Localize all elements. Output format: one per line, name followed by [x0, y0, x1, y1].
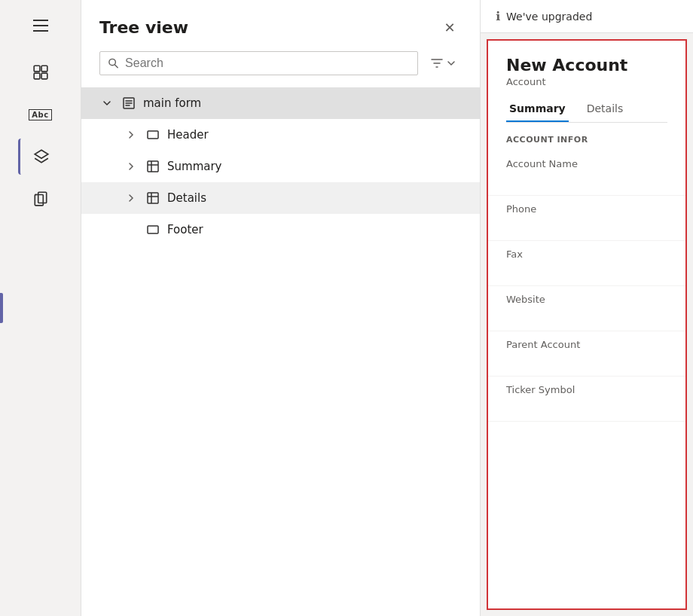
- field-label-website: Website: [506, 294, 667, 305]
- account-subtitle: Account: [506, 76, 667, 87]
- account-panel: New Account Account Summary Details ACCO…: [487, 39, 687, 610]
- field-account-name: Account Name: [488, 151, 685, 196]
- svg-rect-9: [148, 161, 158, 172]
- item-label-summary: Summary: [167, 160, 222, 173]
- tree-header: Tree view ✕: [81, 0, 480, 51]
- field-label-parent-account: Parent Account: [506, 339, 667, 350]
- hamburger-button[interactable]: [27, 12, 54, 39]
- sidebar-icon-layers[interactable]: [18, 139, 63, 175]
- field-label-ticker-symbol: Ticker Symbol: [506, 384, 667, 395]
- sidebar-icon-abc[interactable]: Abc: [18, 96, 63, 133]
- svg-rect-1: [41, 66, 47, 72]
- chevron-icon: [124, 191, 139, 206]
- item-label-main-form: main form: [143, 96, 201, 110]
- right-panel: ℹ We've upgraded New Account Account Sum…: [481, 0, 693, 616]
- tree-item-details[interactable]: Details: [81, 182, 480, 214]
- table-icon: [145, 158, 161, 175]
- close-button[interactable]: ✕: [438, 15, 462, 39]
- item-label-header: Header: [167, 128, 209, 142]
- item-label-footer: Footer: [167, 223, 203, 236]
- active-indicator: [0, 293, 3, 323]
- chevron-down-icon: [447, 59, 456, 68]
- svg-rect-5: [35, 195, 43, 206]
- search-input[interactable]: [125, 56, 410, 70]
- account-title: New Account: [506, 56, 667, 75]
- field-value-fax[interactable]: [506, 263, 667, 278]
- svg-rect-11: [148, 226, 158, 233]
- svg-rect-4: [38, 192, 46, 203]
- field-value-parent-account[interactable]: [506, 353, 667, 368]
- info-icon: ℹ: [496, 9, 500, 23]
- search-wrapper: [99, 51, 418, 75]
- field-ticker-symbol: Ticker Symbol: [488, 377, 685, 422]
- form-icon: [121, 95, 137, 111]
- field-value-ticker-symbol[interactable]: [506, 398, 667, 413]
- account-tabs: Summary Details: [506, 96, 667, 123]
- svg-rect-3: [41, 73, 47, 79]
- tab-details[interactable]: Details: [584, 96, 627, 122]
- search-icon: [108, 57, 119, 69]
- field-label-fax: Fax: [506, 249, 667, 260]
- field-parent-account: Parent Account: [488, 331, 685, 377]
- tree-content: main form Header: [81, 87, 480, 616]
- chevron-icon: [124, 159, 139, 174]
- sidebar-icon-copy[interactable]: [18, 181, 63, 217]
- tree-item-header[interactable]: Header: [81, 119, 480, 151]
- item-label-details: Details: [167, 191, 206, 205]
- svg-rect-10: [148, 193, 158, 203]
- filter-button[interactable]: [424, 52, 462, 75]
- chevron-icon: [124, 127, 139, 142]
- field-value-account-name[interactable]: [506, 172, 667, 188]
- tab-summary[interactable]: Summary: [506, 96, 569, 122]
- section-title: ACCOUNT INFOR: [488, 123, 685, 151]
- field-phone: Phone: [488, 196, 685, 241]
- account-header: New Account Account Summary Details: [488, 41, 685, 123]
- tree-title: Tree view: [99, 18, 188, 37]
- field-website: Website: [488, 286, 685, 331]
- tree-item-main-form[interactable]: main form: [81, 87, 480, 119]
- rect-icon: [145, 127, 161, 143]
- table-icon: [145, 190, 161, 206]
- field-value-website[interactable]: [506, 308, 667, 323]
- svg-rect-8: [148, 131, 158, 139]
- upgraded-bar: ℹ We've upgraded: [481, 0, 693, 33]
- upgraded-text: We've upgraded: [506, 11, 592, 23]
- tree-item-summary[interactable]: Summary: [81, 151, 480, 182]
- filter-icon: [430, 56, 444, 70]
- field-value-phone[interactable]: [506, 218, 667, 233]
- tree-panel: Tree view ✕: [81, 0, 481, 616]
- chevron-icon: [99, 96, 114, 111]
- left-sidebar: Abc: [0, 0, 81, 616]
- field-label-phone: Phone: [506, 203, 667, 215]
- field-fax: Fax: [488, 241, 685, 286]
- field-label-account-name: Account Name: [506, 158, 667, 169]
- chevron-placeholder: [124, 222, 139, 237]
- svg-rect-2: [34, 73, 40, 79]
- sidebar-icon-grid[interactable]: [18, 54, 63, 90]
- rect-icon: [145, 221, 161, 238]
- svg-rect-0: [34, 66, 40, 72]
- tree-item-footer[interactable]: Footer: [81, 214, 480, 245]
- search-container: [81, 51, 480, 87]
